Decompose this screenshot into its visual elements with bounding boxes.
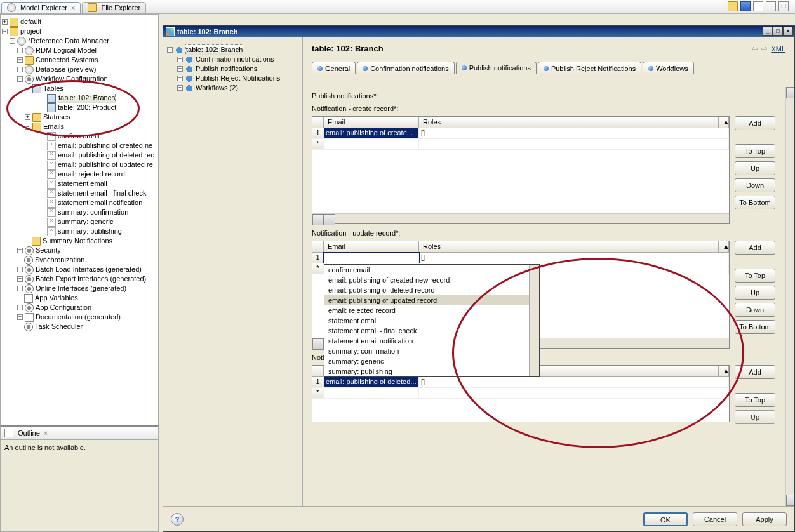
outline-icon: [4, 429, 13, 437]
batch-icon: [25, 275, 34, 284]
maximize-icon[interactable]: □: [778, 1, 789, 11]
down-button[interactable]: Down: [735, 303, 775, 317]
online-icon: [25, 284, 34, 293]
tab-file-explorer[interactable]: File Explorer: [82, 2, 146, 13]
nav-tree-item[interactable]: Confirmation notifications: [196, 55, 274, 64]
to-bottom-button[interactable]: To Bottom: [735, 320, 775, 334]
up-button-partial[interactable]: Up: [735, 410, 775, 424]
to-bottom-button[interactable]: To Bottom: [735, 196, 775, 209]
dropdown-option[interactable]: email: publishing of updated record: [324, 295, 539, 305]
tree-email-item[interactable]: confirm email: [58, 131, 99, 141]
ok-button[interactable]: OK: [643, 512, 688, 526]
to-top-button[interactable]: To Top: [735, 393, 775, 407]
dropdown-scrollbar[interactable]: [529, 265, 539, 376]
doc-icon: [25, 313, 34, 322]
tab-label: Model Explorer: [20, 4, 67, 11]
tab-publish-notifications[interactable]: Publish notifications: [456, 62, 537, 74]
down-button[interactable]: Down: [735, 178, 775, 192]
dot-icon: [185, 74, 194, 83]
nav-tree-item[interactable]: Publish notifications: [196, 64, 257, 74]
tree-email-item[interactable]: summary: publishing: [58, 227, 122, 236]
folder-icon: [32, 237, 41, 246]
close-button[interactable]: ×: [783, 27, 793, 36]
email-cell[interactable]: email: publishing of deleted...: [324, 377, 419, 387]
dropdown-option[interactable]: summary: generic: [324, 356, 539, 366]
dropdown-option[interactable]: statement email notification: [324, 336, 539, 346]
email-cell-editing[interactable]: [324, 253, 419, 263]
tree-email-item[interactable]: statement email: [58, 179, 107, 189]
apply-button[interactable]: Apply: [742, 512, 787, 526]
model-tree[interactable]: +default −project −*Reference Data Manag…: [1, 15, 158, 331]
tree-email-item[interactable]: summary: confirmation: [58, 208, 128, 217]
horizontal-scrollbar[interactable]: [312, 213, 729, 223]
email-icon: [47, 208, 56, 217]
nav-tree-item[interactable]: Publish Reject Notifications: [196, 74, 280, 83]
email-cell[interactable]: email: publishing of create...: [324, 128, 419, 138]
tab-model-explorer[interactable]: Model Explorer ×: [1, 2, 81, 13]
up-button[interactable]: Up: [735, 286, 775, 300]
email-dropdown[interactable]: confirm emailemail: publishing of create…: [324, 264, 540, 377]
open-folder-icon[interactable]: [728, 1, 738, 11]
dot-icon: [317, 66, 323, 71]
expand-icon[interactable]: +: [2, 19, 8, 25]
create-record-grid[interactable]: Email Roles ▲ 1 email: publishing of cre…: [312, 116, 730, 224]
folder-icon: [25, 56, 34, 65]
dropdown-option[interactable]: email: publishing of deleted record: [324, 285, 539, 295]
collapse-icon[interactable]: −: [2, 29, 8, 34]
close-icon[interactable]: ×: [71, 4, 75, 11]
scroll-up-icon[interactable]: ▲: [719, 241, 729, 252]
tree-email-item[interactable]: summary: generic: [58, 217, 113, 227]
help-button[interactable]: ?: [171, 513, 184, 526]
scroll-up-icon[interactable]: ▲: [719, 366, 729, 376]
cog-icon: [25, 75, 34, 84]
tree-email-item[interactable]: email: rejected record: [58, 170, 125, 179]
tab-general[interactable]: General: [312, 62, 356, 74]
save-icon[interactable]: [740, 1, 751, 11]
back-arrow-icon[interactable]: ⇦: [752, 44, 758, 53]
page-title: table: 102: Branch: [312, 44, 384, 53]
collapse-icon[interactable]: [753, 1, 763, 11]
close-icon[interactable]: ×: [44, 429, 48, 437]
minimize-button[interactable]: _: [763, 27, 773, 36]
email-icon: [47, 189, 56, 198]
up-button[interactable]: Up: [735, 161, 775, 175]
dot-icon: [175, 46, 184, 55]
dot-icon: [363, 66, 368, 71]
cancel-button[interactable]: Cancel: [693, 512, 737, 526]
add-button[interactable]: Add: [735, 116, 775, 130]
nav-tree-item[interactable]: Workflows (2): [196, 83, 238, 93]
xml-link[interactable]: XML: [771, 45, 785, 53]
dropdown-option[interactable]: email: rejected record: [324, 305, 539, 316]
email-icon: [47, 227, 56, 236]
batch-icon: [25, 265, 34, 274]
tree-email-item[interactable]: email: publishing of deleted rec: [58, 150, 154, 160]
dropdown-option[interactable]: statement email - final check: [324, 326, 539, 336]
dropdown-option[interactable]: statement email: [324, 316, 539, 326]
outline-panel: Outline × An outline is not available.: [0, 425, 159, 532]
tab-confirmation-notifications[interactable]: Confirmation notifications: [357, 62, 455, 74]
add-button[interactable]: Add: [735, 241, 775, 255]
to-top-button[interactable]: To Top: [735, 144, 775, 158]
dropdown-option[interactable]: email: publishing of created new record: [324, 275, 539, 285]
update-record-grid[interactable]: Email Roles ▲ 1 [] *: [312, 241, 730, 349]
dropdown-option[interactable]: confirm email: [324, 265, 539, 275]
dialog-titlebar[interactable]: table: 102: Branch _ □ ×: [163, 26, 794, 37]
tree-item-table-102-branch[interactable]: table: 102: Branch: [58, 93, 116, 103]
vertical-scrollbar[interactable]: [785, 87, 794, 506]
add-button[interactable]: Add: [735, 365, 775, 379]
roles-cell[interactable]: []: [419, 128, 729, 138]
tree-email-item[interactable]: statement email notification: [58, 198, 142, 208]
scroll-up-icon[interactable]: ▲: [719, 117, 729, 128]
tree-email-item[interactable]: email: publishing of updated re: [58, 160, 153, 170]
dropdown-option[interactable]: summary: publishing: [324, 366, 539, 376]
rdm-icon: [17, 37, 26, 46]
tree-email-item[interactable]: statement email - final check: [58, 189, 146, 198]
maximize-button[interactable]: □: [773, 27, 783, 36]
dropdown-option[interactable]: summary: confirmation: [324, 346, 539, 356]
tree-email-item[interactable]: email: publishing of created ne: [58, 141, 152, 150]
tab-workflows[interactable]: Workflows: [643, 62, 694, 74]
forward-arrow-icon[interactable]: ⇨: [761, 44, 767, 53]
minimize-icon[interactable]: _: [766, 1, 776, 11]
tab-publish-reject-notifications[interactable]: Publish Reject Notifications: [538, 62, 641, 74]
to-top-button[interactable]: To Top: [735, 269, 775, 283]
